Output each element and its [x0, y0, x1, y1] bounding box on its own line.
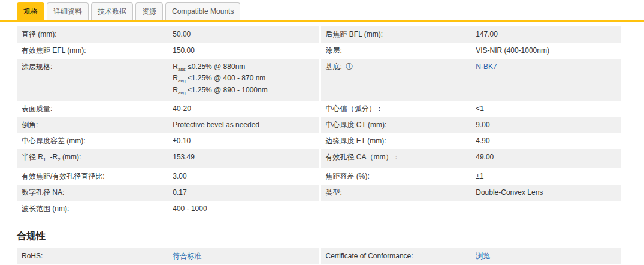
- spec-cell: 基底: ⓘ N-BK7: [319, 59, 622, 101]
- spec-value: Rabs ≤0.25% @ 880nmRavg ≤1.25% @ 400 - 8…: [168, 59, 319, 101]
- spec-cell: 半径 R1=-R2 (mm): 153.49: [17, 149, 319, 168]
- spec-label: [321, 201, 471, 208]
- tab-tech-data[interactable]: 技术数据: [91, 2, 133, 20]
- spec-label: 有效焦距/有效孔径直径比:: [17, 168, 168, 185]
- spec-value: VIS-NIR (400-1000nm): [471, 43, 621, 59]
- spec-cell: 涂层: VIS-NIR (400-1000nm): [319, 43, 622, 59]
- info-icon[interactable]: ⓘ: [346, 62, 353, 71]
- spec-cell: RoHS: 符合标准: [17, 248, 319, 264]
- tab-label: 规格: [23, 7, 38, 17]
- spec-cell: 焦距容差 (%): ±1: [319, 168, 622, 185]
- spec-label: 半径 R1=-R2 (mm):: [17, 149, 168, 168]
- spec-label: 直径 (mm):: [17, 26, 168, 43]
- spec-cell: 表面质量: 40-20: [17, 101, 319, 117]
- spec-cell: Certificate of Conformance: 浏览: [319, 248, 622, 264]
- table-row: 表面质量: 40-20 中心偏（弧分）： <1: [17, 101, 621, 117]
- spec-label: 基底: ⓘ: [321, 59, 471, 75]
- spec-label: 数字孔径 NA:: [17, 185, 168, 201]
- spec-value-line: 150.00: [173, 46, 314, 55]
- spec-label: 表面质量:: [17, 101, 168, 117]
- spec-cell: 中心偏（弧分）： <1: [319, 101, 622, 117]
- spec-cell: 数字孔径 NA: 0.17: [17, 185, 319, 201]
- table-row: 数字孔径 NA: 0.17 类型: Double-Convex Lens: [17, 185, 621, 201]
- spec-value: 49.00: [471, 149, 621, 165]
- spec-value-line: VIS-NIR (400-1000nm): [476, 46, 616, 55]
- tab-resources[interactable]: 资源: [135, 2, 163, 20]
- spec-value-line: 147.00: [476, 30, 616, 39]
- spec-label: 有效孔径 CA（mm）：: [321, 149, 471, 165]
- spec-value: 153.49: [168, 149, 319, 165]
- spec-value: 40-20: [168, 101, 319, 117]
- compliance-table: RoHS: 符合标准 Certificate of Conformance: 浏…: [17, 248, 621, 264]
- spec-value-line: Double-Convex Lens: [476, 188, 616, 197]
- spec-value: Double-Convex Lens: [471, 185, 621, 201]
- tab-label: 资源: [142, 7, 156, 17]
- spec-value-line: Rabs ≤0.25% @ 880nm: [173, 62, 314, 74]
- spec-value: 0.17: [168, 185, 319, 201]
- spec-cell: [319, 201, 622, 217]
- spec-value-line: 40-20: [173, 104, 314, 113]
- spec-cell: 中心厚度 CT (mm): 9.00: [319, 117, 622, 133]
- table-row: 倒角: Protective bevel as needed 中心厚度 CT (…: [17, 117, 621, 133]
- tab-label: Compatible Mounts: [172, 7, 234, 16]
- spec-value-link[interactable]: N-BK7: [471, 59, 621, 75]
- tab-bar: 规格 详细资料 技术数据 资源 Compatible Mounts: [0, 0, 644, 20]
- spec-label: 焦距容差 (%):: [321, 168, 471, 185]
- spec-value: 4.90: [471, 133, 621, 149]
- tab-specs[interactable]: 规格: [17, 2, 44, 20]
- spec-cell: 有效焦距/有效孔径直径比: 3.00: [17, 168, 319, 185]
- spec-value: ±0.10: [168, 133, 319, 149]
- spec-label: 涂层:: [321, 43, 471, 59]
- spec-value-link[interactable]: 浏览: [471, 248, 621, 264]
- spec-value-line: 50.00: [173, 30, 314, 39]
- spec-label: 涂层规格:: [17, 59, 168, 75]
- spec-label: Certificate of Conformance:: [321, 248, 471, 264]
- spec-value-line: 400 - 1000: [173, 204, 314, 213]
- spec-value-line: 4.90: [476, 137, 616, 146]
- spec-value: 400 - 1000: [168, 201, 319, 217]
- spec-value: [471, 201, 621, 208]
- spec-label: 中心偏（弧分）：: [321, 101, 471, 117]
- spec-value-line: 3.00: [173, 172, 314, 181]
- spec-value-line: 49.00: [476, 153, 616, 162]
- spec-cell: 边缘厚度 ET (mm): 4.90: [319, 133, 622, 149]
- spec-value-line: Ravg ≤1.25% @ 400 - 870 nm: [173, 74, 314, 85]
- tab-compatible-mounts[interactable]: Compatible Mounts: [165, 2, 240, 20]
- tab-details[interactable]: 详细资料: [47, 2, 89, 20]
- spec-label: 有效焦距 EFL (mm):: [17, 43, 168, 59]
- spec-value-line: 0.17: [173, 188, 314, 197]
- spec-label: RoHS:: [17, 248, 168, 264]
- table-row: 波长范围 (nm): 400 - 1000: [17, 201, 621, 217]
- spec-value-line: 9.00: [476, 121, 616, 130]
- spec-value-line: 153.49: [173, 153, 314, 162]
- spec-cell: 中心厚度容差 (mm): ±0.10: [17, 133, 319, 149]
- spec-label: 中心厚度容差 (mm):: [17, 133, 168, 149]
- table-row: 中心厚度容差 (mm): ±0.10 边缘厚度 ET (mm): 4.90: [17, 133, 621, 149]
- table-row: 有效焦距 EFL (mm): 150.00 涂层: VIS-NIR (400-1…: [17, 43, 621, 59]
- tab-label: 详细资料: [53, 7, 82, 17]
- spec-value-line: Ravg ≤1.25% @ 890 - 1000nm: [173, 86, 314, 97]
- spec-label: 中心厚度 CT (mm):: [321, 117, 471, 133]
- spec-label: 波长范围 (nm):: [17, 201, 168, 217]
- spec-label: 倒角:: [17, 117, 168, 133]
- spec-value-line: ±0.10: [173, 137, 314, 146]
- spec-value: 9.00: [471, 117, 621, 133]
- spec-page: 规格 详细资料 技术数据 资源 Compatible Mounts 直径 (mm…: [0, 0, 644, 265]
- spec-value: Protective bevel as needed: [168, 117, 319, 133]
- spec-cell: 涂层规格: Rabs ≤0.25% @ 880nmRavg ≤1.25% @ 4…: [17, 59, 319, 101]
- spec-value-line: 符合标准: [173, 252, 314, 261]
- spec-cell: 后焦距 BFL (mm): 147.00: [319, 26, 622, 43]
- spec-cell: 波长范围 (nm): 400 - 1000: [17, 201, 319, 217]
- spec-cell: 有效孔径 CA（mm）： 49.00: [319, 149, 622, 168]
- spec-value: <1: [471, 101, 621, 117]
- spec-value: 3.00: [168, 168, 319, 185]
- spec-value-link[interactable]: 符合标准: [168, 248, 319, 264]
- spec-cell: 有效焦距 EFL (mm): 150.00: [17, 43, 319, 59]
- spec-value-line: N-BK7: [476, 62, 616, 71]
- spec-value-line: Protective bevel as needed: [173, 121, 314, 130]
- spec-value-line: <1: [476, 104, 616, 113]
- spec-value: 150.00: [168, 43, 319, 59]
- spec-value: 50.00: [168, 26, 319, 43]
- spec-value: 147.00: [471, 26, 621, 43]
- spec-table: 直径 (mm): 50.00 后焦距 BFL (mm): 147.00 有效焦距…: [17, 26, 621, 217]
